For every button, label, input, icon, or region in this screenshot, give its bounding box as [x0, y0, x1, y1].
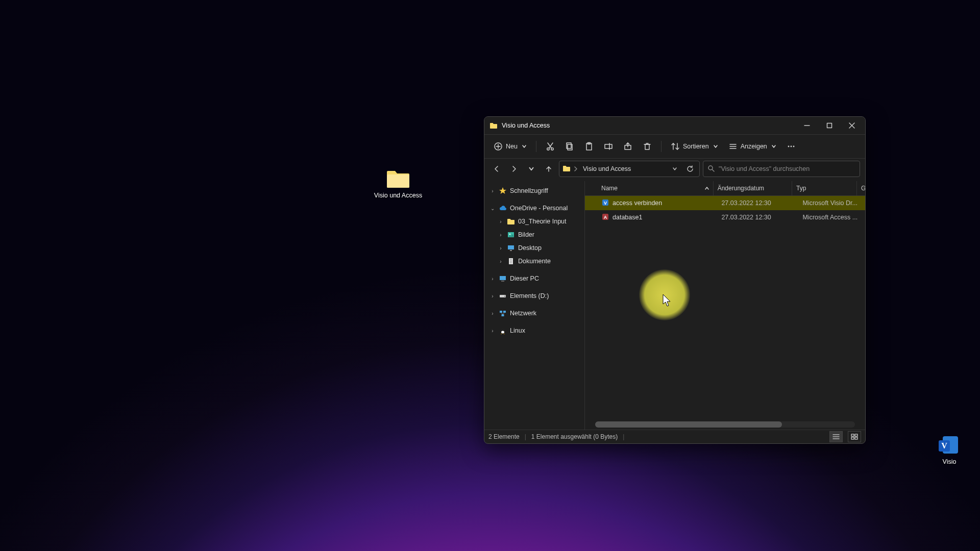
tree-onedrive-bilder[interactable]: › Bilder — [486, 228, 582, 241]
tree-network[interactable]: › Netzwerk — [486, 307, 582, 320]
tree-label: Netzwerk — [510, 310, 536, 317]
tree-this-pc[interactable]: › Dieser PC — [486, 272, 582, 285]
svg-rect-59 — [851, 434, 854, 436]
tree-onedrive-theorie[interactable]: › 03_Theorie Input — [486, 215, 582, 228]
desktop-folder-label: Visio und Access — [374, 192, 422, 199]
search-icon — [707, 165, 715, 173]
svg-line-48 — [501, 313, 503, 314]
svg-rect-42 — [501, 281, 504, 282]
share-icon — [623, 142, 632, 151]
view-label: Anzeigen — [741, 143, 767, 150]
delete-icon — [643, 142, 652, 151]
tree-onedrive-dokumente[interactable]: › Dokumente — [486, 255, 582, 268]
paste-button[interactable] — [580, 139, 598, 154]
svg-rect-60 — [855, 434, 857, 436]
tree-label: Desktop — [518, 244, 542, 252]
column-date[interactable]: Änderungsdatum — [714, 181, 792, 195]
svg-rect-35 — [508, 245, 514, 249]
tree-onedrive[interactable]: ⌄ OneDrive - Personal — [486, 202, 582, 215]
svg-rect-41 — [500, 276, 506, 280]
chevron-down-icon — [522, 144, 527, 149]
view-button[interactable]: Anzeigen — [724, 139, 780, 154]
search-box[interactable]: "Visio und Access" durchsuchen — [703, 161, 860, 177]
tree-label: Dokumente — [518, 258, 551, 265]
chevron-right-icon: › — [498, 259, 504, 264]
pictures-icon — [507, 231, 515, 239]
navigation-tree: › Schnellzugriff ⌄ OneDrive - Personal › — [484, 181, 585, 430]
refresh-button[interactable] — [684, 163, 696, 175]
chevron-down-icon: ⌄ — [489, 206, 496, 211]
back-button[interactable] — [489, 162, 504, 176]
svg-marker-32 — [499, 187, 506, 194]
tree-quick-access[interactable]: › Schnellzugriff — [486, 184, 582, 197]
scrollbar-thumb[interactable] — [595, 421, 782, 428]
tree-linux[interactable]: › Linux — [486, 324, 582, 337]
tree-label: Bilder — [518, 231, 534, 238]
chevron-right-icon: › — [489, 293, 496, 299]
file-date: 27.03.2022 12:30 — [717, 199, 798, 207]
chevron-right-icon: › — [498, 245, 504, 251]
share-button[interactable] — [619, 139, 636, 154]
column-type[interactable]: Typ — [792, 181, 857, 195]
delete-button[interactable] — [639, 139, 656, 154]
visio-file-icon: V — [601, 198, 609, 208]
sort-label: Sortieren — [683, 143, 709, 150]
search-placeholder: "Visio und Access" durchsuchen — [719, 165, 810, 172]
more-button[interactable] — [782, 139, 800, 154]
address-bar[interactable]: Visio und Access — [559, 161, 700, 177]
svg-rect-61 — [851, 437, 854, 439]
column-name[interactable]: Name — [597, 181, 714, 195]
close-button[interactable] — [841, 117, 863, 134]
maximize-button[interactable] — [818, 117, 841, 134]
sort-button[interactable]: Sortieren — [667, 139, 722, 154]
recent-locations-button[interactable] — [524, 162, 538, 176]
rename-icon — [604, 142, 613, 151]
svg-line-49 — [503, 313, 505, 314]
minimize-button[interactable] — [796, 117, 818, 134]
tree-elements-drive[interactable]: › Elements (D:) — [486, 289, 582, 303]
svg-text:V: V — [941, 441, 947, 450]
chevron-right-icon: › — [489, 276, 496, 282]
copy-button[interactable] — [561, 139, 578, 154]
svg-line-31 — [712, 169, 714, 171]
navigation-row: Visio und Access "Visio und Access" durc… — [484, 159, 865, 181]
svg-text:V: V — [604, 201, 607, 206]
visio-icon: V — [937, 435, 962, 455]
breadcrumb[interactable]: Visio und Access — [581, 164, 633, 173]
tree-onedrive-desktop[interactable]: › Desktop — [486, 241, 582, 255]
thumbnails-view-button[interactable] — [848, 431, 861, 442]
window-title: Visio und Access — [502, 122, 550, 129]
file-row[interactable]: V access verbinden 27.03.2022 12:30 Micr… — [585, 196, 865, 210]
desktop-folder-visio-und-access[interactable]: Visio und Access — [368, 168, 429, 199]
up-button[interactable] — [542, 162, 556, 176]
tree-label: Elements (D:) — [510, 292, 549, 299]
sort-icon — [671, 142, 680, 151]
svg-rect-46 — [503, 311, 506, 313]
file-row[interactable]: A database1 27.03.2022 12:30 Microsoft A… — [585, 210, 865, 224]
address-dropdown-button[interactable] — [669, 163, 681, 175]
drive-icon — [499, 292, 507, 300]
desktop-app-visio[interactable]: V Visio — [919, 435, 980, 466]
chevron-right-icon: › — [489, 188, 496, 194]
rename-button[interactable] — [600, 139, 617, 154]
sort-asc-icon — [705, 186, 709, 190]
forward-button[interactable] — [507, 162, 521, 176]
horizontal-scrollbar[interactable] — [595, 421, 855, 428]
svg-rect-21 — [645, 144, 649, 149]
svg-point-28 — [793, 146, 794, 147]
chevron-down-icon — [713, 144, 718, 149]
status-count: 2 Elemente — [488, 433, 520, 440]
copy-icon — [565, 142, 574, 151]
details-view-button[interactable] — [829, 431, 843, 442]
monitor-icon — [499, 274, 507, 283]
column-headers: Name Änderungsdatum Typ Gr — [585, 181, 865, 196]
chevron-right-icon: › — [498, 232, 504, 238]
new-button[interactable]: Neu — [489, 139, 531, 154]
new-icon — [494, 142, 503, 151]
folder-icon — [386, 168, 410, 189]
column-size[interactable]: Gr — [857, 181, 865, 195]
titlebar[interactable]: Visio und Access — [484, 117, 865, 135]
cut-button[interactable] — [542, 139, 559, 154]
file-type: Microsoft Access ... — [799, 214, 865, 221]
tree-label: 03_Theorie Input — [518, 218, 567, 225]
